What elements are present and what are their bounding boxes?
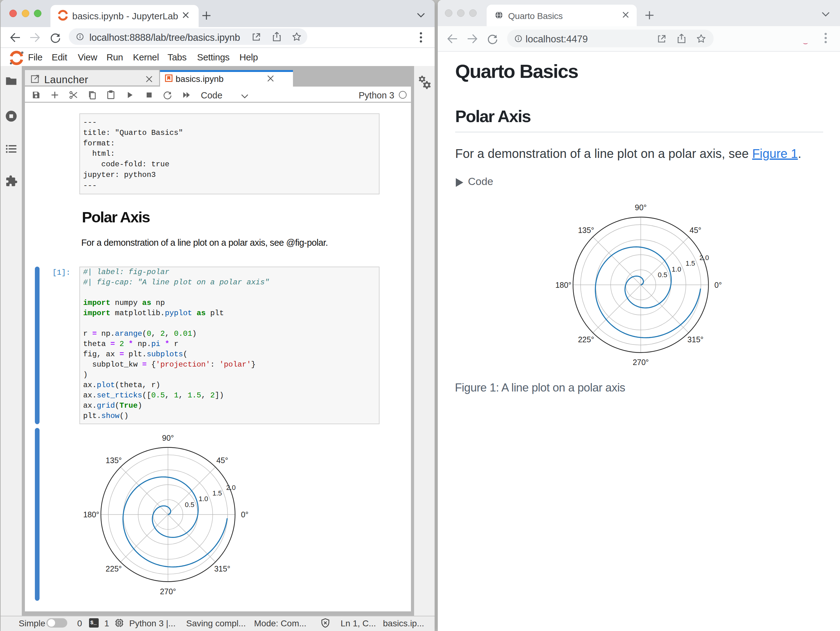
svg-text:270°: 270° xyxy=(633,358,649,367)
svg-text:0.5: 0.5 xyxy=(185,501,194,509)
svg-text:0.5: 0.5 xyxy=(658,271,668,279)
svg-text:0°: 0° xyxy=(715,281,722,289)
svg-text:180°: 180° xyxy=(83,510,99,519)
svg-text:225°: 225° xyxy=(578,335,594,344)
svg-text:315°: 315° xyxy=(687,335,704,344)
svg-text:45°: 45° xyxy=(216,456,228,465)
svg-text:225°: 225° xyxy=(106,565,122,573)
svg-text:2.0: 2.0 xyxy=(699,254,709,262)
svg-text:315°: 315° xyxy=(214,565,231,573)
svg-text:90°: 90° xyxy=(162,433,174,442)
svg-text:2.0: 2.0 xyxy=(226,484,236,492)
svg-text:1.0: 1.0 xyxy=(199,495,208,503)
svg-text:135°: 135° xyxy=(578,226,594,234)
svg-text:0°: 0° xyxy=(241,510,248,519)
svg-text:270°: 270° xyxy=(160,587,176,596)
svg-text:90°: 90° xyxy=(635,203,647,212)
svg-text:1.5: 1.5 xyxy=(212,489,222,497)
svg-text:1.5: 1.5 xyxy=(685,259,695,267)
svg-text:45°: 45° xyxy=(690,226,701,234)
svg-text:180°: 180° xyxy=(556,281,572,289)
svg-text:135°: 135° xyxy=(106,456,122,465)
svg-text:1.0: 1.0 xyxy=(671,266,681,273)
